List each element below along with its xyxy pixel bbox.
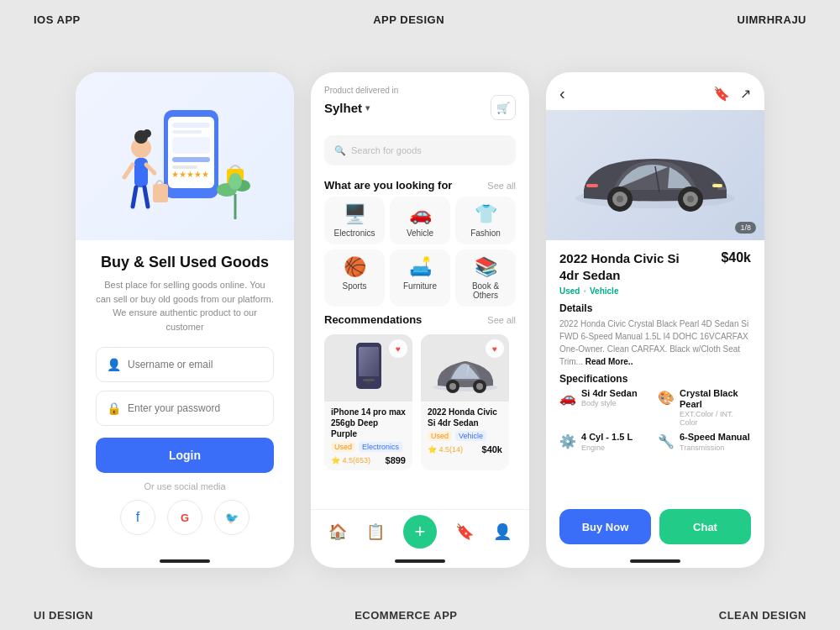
nav-bookmark[interactable]: 🔖 [455,522,474,541]
svg-text:★★★★★: ★★★★★ [171,170,209,179]
username-input[interactable] [128,359,263,370]
topbar-left: ‹ [559,84,565,103]
search-bar[interactable]: 🔍 Search for goods [324,135,516,165]
read-more[interactable]: Read More.. [585,357,633,366]
see-all-recommendations[interactable]: See all [487,315,516,325]
topbar-right: 🔖 ↗ [713,86,751,102]
header: IOS APP APP DESIGN UIMRHRAJU [0,0,840,39]
spec-item: 🔧 6-Speed Manual Transmission [658,432,751,451]
category-item[interactable]: 👕Fashion [455,197,516,244]
svg-point-21 [228,173,242,190]
password-field[interactable]: 🔒 [96,391,274,426]
spec-item: ⚙️ 4 Cyl - 1.5 L Engine [559,432,653,451]
svg-rect-16 [153,184,168,202]
nav-home[interactable]: 🏠 [328,522,347,541]
spec-grid: 🚗 Si 4dr Sedan Body style 🎨 Crystal Blac… [559,388,751,452]
google-button[interactable]: G [167,500,202,535]
rec-rating: ⭐ 4.5(653) [331,456,370,465]
buy-now-button[interactable]: Buy Now [559,509,651,544]
svg-rect-3 [172,130,202,134]
nav-profile[interactable]: 👤 [493,522,512,541]
spec-icon: ⚙️ [559,433,576,449]
category-item[interactable]: 📚Book & Others [455,249,516,307]
details-section-title: Details [559,302,751,314]
rec-item[interactable]: ♥ 2022 Honda Civic Si 4dr Sedan Used Veh… [421,334,509,470]
svg-rect-25 [363,379,375,381]
category-grid: 🖥️Electronics🚗Vehicle👕Fashion🏀Sports🛋️Fu… [311,197,529,307]
svg-point-37 [617,196,623,202]
username-field[interactable]: 👤 [96,347,274,382]
tag-used: Used [559,286,580,296]
back-icon[interactable]: ‹ [559,84,565,103]
chevron-down-icon: ▾ [365,103,370,113]
lock-icon: 🔒 [107,402,121,415]
recommendations-section: Recommendations See all ♥ iPhone 14 pro … [311,307,529,509]
rec-price: $40k [482,444,502,454]
login-button[interactable]: Login [96,438,274,473]
nav-list[interactable]: 📋 [366,522,385,541]
categories-title: What are you looking for [324,179,452,192]
svg-rect-9 [134,158,148,187]
login-illustration: ★★★★★ [76,72,294,240]
svg-rect-34 [586,184,598,187]
location-text[interactable]: Sylhet ▾ [324,101,370,115]
login-title: Buy & Sell Used Goods [101,254,269,271]
rec-rating: ⭐ 4.5(14) [428,445,463,454]
category-item[interactable]: 🖥️Electronics [324,197,385,244]
bookmark-icon[interactable]: 🔖 [713,86,730,102]
detail-tags: Used • Vehicle [559,286,751,296]
car-image-svg [563,127,748,223]
search-placeholder: Search for goods [351,145,422,155]
recommendations-header: Recommendations See all [311,307,529,331]
action-buttons: Buy Now Chat [546,501,764,553]
search-icon: 🔍 [334,145,346,156]
rec-items: ♥ iPhone 14 pro max 256gb Deep Purple Us… [311,331,529,474]
footer-right: CLEAN DESIGN [719,609,806,622]
rec-name: 2022 Honda Civic Si 4dr Sedan [428,407,502,428]
see-all-categories[interactable]: See all [487,181,516,191]
share-icon[interactable]: ↗ [740,86,751,102]
rec-item[interactable]: ♥ iPhone 14 pro max 256gb Deep Purple Us… [324,334,412,470]
category-item[interactable]: 🚗Vehicle [390,197,450,244]
facebook-button[interactable]: f [120,500,155,535]
rec-bookmark[interactable]: ♥ [486,339,504,358]
rec-price: $899 [386,455,406,465]
illustration-svg: ★★★★★ [118,85,252,228]
login-card: ★★★★★ [76,72,294,568]
detail-description: 2022 Honda Civic Crystal Black Pearl 4D … [559,318,751,368]
detail-content: 2022 Honda Civic Si4dr Sedan $40k Used •… [546,240,764,501]
svg-point-31 [476,383,483,390]
header-center: APP DESIGN [81,13,738,26]
cart-button[interactable]: 🛒 [491,95,516,120]
bottom-nav: 🏠 📋 + 🔖 👤 [311,509,529,553]
category-item[interactable]: 🛋️Furniture [390,249,450,307]
category-item[interactable]: 🏀Sports [324,249,385,307]
svg-point-40 [687,196,694,202]
scroll-indicator [160,559,210,563]
spec-icon: 🎨 [658,390,675,406]
categories-header: What are you looking for See all [311,172,529,197]
main-content: ★★★★★ [0,39,840,601]
location-row: Sylhet ▾ 🛒 [324,95,516,120]
social-divider: Or use social media [144,481,225,491]
spec-value: Si 4dr Sedan [581,388,638,399]
delivered-label: Product delivered in [324,86,516,95]
market-header: Product delivered in Sylhet ▾ 🛒 [311,72,529,129]
nav-add-button[interactable]: + [403,515,437,549]
spec-label: Body style [581,399,638,407]
spec-value: Crystal Black Pearl [680,388,751,410]
svg-rect-24 [359,347,379,376]
svg-line-13 [144,187,148,207]
recommendations-title: Recommendations [324,313,422,326]
spec-label: Transmission [680,444,750,452]
car-image-container: 1/8 [546,110,764,240]
password-input[interactable] [128,402,263,414]
spec-icon: 🚗 [559,390,576,406]
twitter-button[interactable]: 🐦 [214,500,249,535]
rec-bookmark[interactable]: ♥ [389,339,407,358]
svg-point-15 [143,129,151,138]
rec-name: iPhone 14 pro max 256gb Deep Purple [331,407,406,439]
spec-value: 4 Cyl - 1.5 L [581,432,633,443]
chat-button[interactable]: Chat [659,509,751,544]
user-icon: 👤 [107,358,121,371]
